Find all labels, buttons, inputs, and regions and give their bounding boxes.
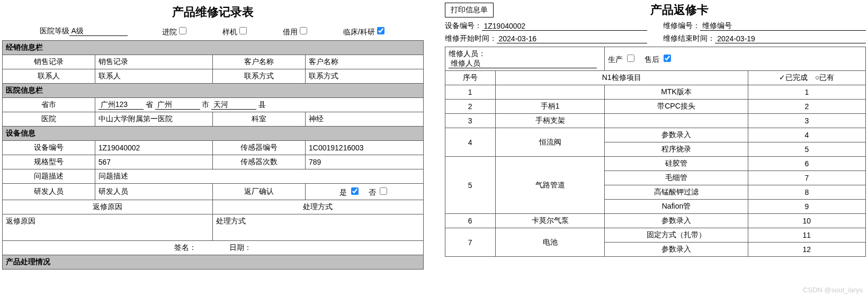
- start-input[interactable]: [497, 34, 648, 43]
- prov-city-line: 省 市 县: [95, 98, 423, 112]
- sub-cell: 程序烧录: [605, 142, 748, 157]
- sample-checkbox[interactable]: [239, 27, 247, 34]
- table-row: 6卡莫尔气泵参数录入10: [445, 214, 866, 228]
- sub-cell: [605, 114, 748, 128]
- city-input[interactable]: [155, 101, 200, 110]
- sales-record-h: 销售记录: [3, 55, 95, 69]
- cust-name-v: 客户名称: [306, 55, 423, 69]
- sub-cell: 毛细管: [605, 171, 748, 185]
- county-input[interactable]: [211, 101, 256, 110]
- seq-cell: 1: [445, 85, 495, 100]
- seq-cell: 6: [445, 214, 495, 228]
- repair-card-form: 打印信息单 产品返修卡 设备编号： 维修编号： 维修开始时间： 维修结束时间： …: [445, 2, 866, 270]
- start-line: 维修开始时间：: [445, 34, 648, 43]
- dev-no-input[interactable]: [482, 22, 648, 31]
- table-row: 2手柄1带CPC接头2: [445, 100, 866, 114]
- item-cell: 恒流阀: [495, 128, 605, 157]
- table-row: 3手柄支架3: [445, 114, 866, 128]
- prov-input[interactable]: [99, 101, 144, 110]
- col-status: ✓已完成 ○已有: [748, 71, 865, 85]
- spec-h: 规格型号: [3, 155, 95, 169]
- table-row: 7电池固定方式（扎带）11: [445, 228, 866, 243]
- no-checkbox[interactable]: [380, 187, 387, 195]
- col-seq: 序号: [445, 71, 495, 85]
- contact-h: 联系人: [3, 69, 95, 84]
- status-cell: 4: [748, 128, 865, 142]
- staff-input[interactable]: [449, 59, 597, 68]
- status-cell: 7: [748, 171, 865, 185]
- sub-cell: 参数录入: [605, 243, 748, 257]
- dev-no-v: 1Z19040002: [95, 141, 212, 155]
- sub-cell: 硅胶管: [605, 157, 748, 171]
- print-button[interactable]: 打印信息单: [445, 3, 494, 17]
- table-row: 5气路管道硅胶管6: [445, 157, 866, 171]
- sub-cell: 高锰酸钾过滤: [605, 185, 748, 200]
- sensor-no-h: 传感器编号: [213, 141, 306, 155]
- sub-cell: MTK版本: [605, 85, 748, 100]
- sample-check: 样机: [222, 25, 248, 37]
- dev-no-h: 设备编号: [3, 141, 95, 155]
- status-cell: 2: [748, 100, 865, 114]
- borrow-checkbox[interactable]: [300, 27, 307, 34]
- staff-cell: 维修人员：: [445, 47, 605, 71]
- spec-v: 567: [95, 155, 212, 169]
- prov-city-h: 省市: [3, 98, 95, 112]
- status-cell: 5: [748, 142, 865, 157]
- hospital-level: 医院等级: [40, 26, 128, 36]
- clinical-checkbox[interactable]: [377, 27, 384, 34]
- reason-h: 返修原因: [3, 200, 213, 214]
- after-checkbox[interactable]: [664, 55, 671, 62]
- return-confirm-cell: 是 否: [306, 184, 423, 200]
- item-cell: 手柄1: [495, 100, 605, 114]
- sub-cell: 参数录入: [605, 128, 748, 142]
- hosp-v: 中山大学附属第一医院: [95, 112, 212, 127]
- seq-cell: 3: [445, 114, 495, 128]
- seq-cell: 4: [445, 128, 495, 157]
- status-cell: 12: [748, 243, 865, 257]
- issue-h: 问题描述: [3, 169, 95, 184]
- end-line: 维修结束时间：: [663, 34, 866, 43]
- end-input[interactable]: [715, 34, 866, 43]
- right-title: 产品返修卡: [494, 2, 866, 18]
- table-row: 1MTK版本1: [445, 85, 866, 100]
- reason-v: 返修原因: [3, 214, 213, 241]
- section-dealer: 经销信息栏: [3, 41, 424, 55]
- dev-no-line: 设备编号：: [445, 21, 648, 31]
- status-cell: 11: [748, 228, 865, 243]
- sub-cell: Nafion管: [605, 200, 748, 214]
- sign-date-row: 签名： 日期：: [3, 241, 424, 255]
- right-table: 维修人员： 生产 售后 序号 N1检修项目 ✓已完成 ○已有 1MTK版本12手…: [445, 47, 866, 257]
- handle-v: 处理方式: [213, 214, 423, 241]
- hospital-level-input[interactable]: [69, 27, 128, 36]
- sensor-cnt-v: 789: [306, 155, 423, 169]
- dept-h: 科室: [213, 112, 306, 127]
- sub-cell: 参数录入: [605, 214, 748, 228]
- clinical-check: 临床/科研: [343, 25, 386, 37]
- status-cell: 3: [748, 114, 865, 128]
- item-cell: 手柄支架: [495, 114, 605, 128]
- status-cell: 9: [748, 200, 865, 214]
- item-cell: 气路管道: [495, 157, 605, 214]
- issue-v: 问题描述: [95, 169, 423, 184]
- sales-record-v: 销售记录: [95, 55, 212, 69]
- seq-cell: 5: [445, 157, 495, 214]
- left-title: 产品维修记录表: [2, 4, 424, 20]
- sensor-no-v: 1C00191216003: [306, 141, 423, 155]
- return-confirm-h: 返厂确认: [213, 184, 306, 200]
- status-cell: 10: [748, 214, 865, 228]
- yes-checkbox[interactable]: [351, 187, 359, 195]
- dept-v: 神经: [306, 112, 423, 127]
- produce-checkbox[interactable]: [627, 55, 634, 62]
- handle-h: 处理方式: [213, 200, 423, 214]
- hosp-h: 医院: [3, 112, 95, 127]
- table-row: 4恒流阀参数录入4: [445, 128, 866, 142]
- phone-h: 联系方式: [213, 69, 306, 84]
- seq-cell: 2: [445, 100, 495, 114]
- section-product: 产品处理情况: [3, 255, 424, 270]
- repair-no-input[interactable]: [700, 22, 866, 31]
- status-cell: 1: [748, 85, 865, 100]
- entry-checkbox[interactable]: [179, 27, 186, 34]
- rd-v: 研发人员: [95, 184, 212, 200]
- seq-cell: 7: [445, 228, 495, 257]
- phone-v: 联系方式: [306, 69, 423, 84]
